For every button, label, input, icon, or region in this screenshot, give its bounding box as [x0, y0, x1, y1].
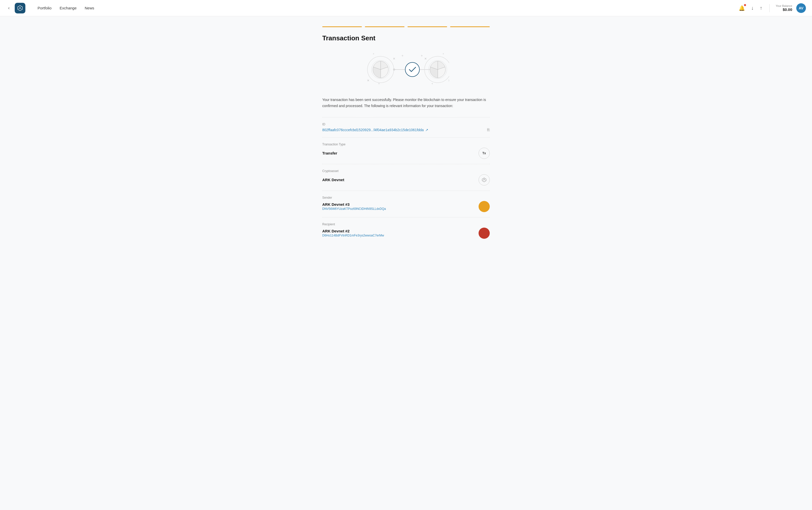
sender-section: Sender ARK Devnet #3 DNV56W6YUzaKTPoz69N…: [322, 190, 490, 217]
sender-address: DNV56W6YUzaKTPoz69NCtDHtN9SLLdxDQa: [322, 207, 386, 211]
type-badge: Tx: [478, 148, 490, 159]
recipient-label: Recipient: [322, 222, 490, 226]
svg-text:+: +: [431, 82, 433, 86]
progress-step-2: [365, 26, 404, 27]
svg-point-13: [405, 62, 419, 77]
svg-text:+: +: [378, 82, 380, 86]
ark-badge: [478, 174, 490, 185]
transaction-id-section: ID 802ffaafc076cccefcbd1520929...f4f04ae…: [322, 117, 490, 137]
recipient-section: Recipient ARK Devnet #2 D6Ho114BdFVtnRD1…: [322, 217, 490, 244]
sender-info: ARK Devnet #3 DNV56W6YUzaKTPoz69NCtDHtN9…: [322, 202, 386, 211]
progress-step-1: [322, 26, 362, 27]
nav-exchange[interactable]: Exchange: [60, 5, 77, 11]
notification-badge: [744, 4, 746, 6]
progress-bar: [322, 26, 490, 27]
id-label: ID: [322, 123, 490, 126]
recipient-name: ARK Devnet #2: [322, 229, 384, 233]
nav-right: 🔔 ↓ ↑ Your Balance $0.00 AV: [738, 3, 806, 13]
back-button[interactable]: ‹: [6, 4, 12, 12]
balance-label: Your Balance: [776, 4, 792, 7]
progress-step-3: [408, 26, 447, 27]
svg-text:+: +: [421, 54, 423, 58]
balance-value: $0.00: [776, 7, 792, 12]
upload-icon: ↑: [760, 5, 762, 11]
cryptoasset-section: Cryptoasset ARK Devnet: [322, 164, 490, 190]
recipient-row: ARK Devnet #2 D6Ho114BdFVtnRD1mFe3rys2ww…: [322, 228, 490, 239]
svg-text:+: +: [401, 54, 403, 58]
notifications-button[interactable]: 🔔: [738, 4, 746, 12]
app-logo: [15, 3, 25, 13]
transaction-type-section: Transaction Type Transfer Tx: [322, 137, 490, 164]
sender-label: Sender: [322, 196, 490, 200]
recipient-avatar: [478, 228, 490, 239]
sender-avatar: [478, 201, 490, 212]
external-link-icon[interactable]: ↗: [425, 128, 428, 132]
main-content: Transaction Sent: [317, 26, 495, 259]
type-row: Transfer Tx: [322, 148, 490, 159]
asset-value: ARK Devnet: [322, 178, 344, 182]
type-label: Transaction Type: [322, 143, 490, 146]
receive-button[interactable]: ↓: [750, 4, 755, 12]
asset-label: Cryptoasset: [322, 169, 490, 173]
transaction-illustration: + + + +: [322, 49, 490, 90]
transaction-description: Your transaction has been sent successfu…: [322, 97, 490, 109]
send-button[interactable]: ↑: [759, 4, 763, 12]
sender-name: ARK Devnet #3: [322, 202, 386, 207]
type-value: Transfer: [322, 151, 337, 155]
recipient-address: D6Ho114BdFVtnRD1mFe3rys2wwoaC7erMw: [322, 234, 384, 237]
progress-step-4: [450, 26, 490, 27]
nav-links: Portfolio Exchange News: [31, 0, 100, 16]
bell-icon: 🔔: [739, 5, 745, 11]
transaction-id-link[interactable]: 802ffaafc076cccefcbd1520929...f4f04ae1a9…: [322, 128, 428, 132]
page-title: Transaction Sent: [322, 34, 490, 42]
download-icon: ↓: [751, 5, 754, 11]
recipient-info: ARK Devnet #2 D6Ho114BdFVtnRD1mFe3rys2ww…: [322, 229, 384, 237]
user-avatar[interactable]: AV: [796, 3, 806, 13]
transaction-id-value: 802ffaafc076cccefcbd1520929...f4f04ae1a9…: [322, 128, 424, 132]
asset-row: ARK Devnet: [322, 174, 490, 185]
id-row: 802ffaafc076cccefcbd1520929...f4f04ae1a9…: [322, 128, 490, 132]
sender-row: ARK Devnet #3 DNV56W6YUzaKTPoz69NCtDHtN9…: [322, 201, 490, 212]
balance-display: Your Balance $0.00: [776, 4, 792, 12]
nav-news[interactable]: News: [85, 5, 94, 11]
nav-portfolio[interactable]: Portfolio: [37, 5, 52, 11]
copy-button[interactable]: ⎘: [487, 128, 490, 132]
navbar: ‹ Portfolio Exchange News 🔔 ↓ ↑ Your Bal…: [0, 0, 812, 16]
